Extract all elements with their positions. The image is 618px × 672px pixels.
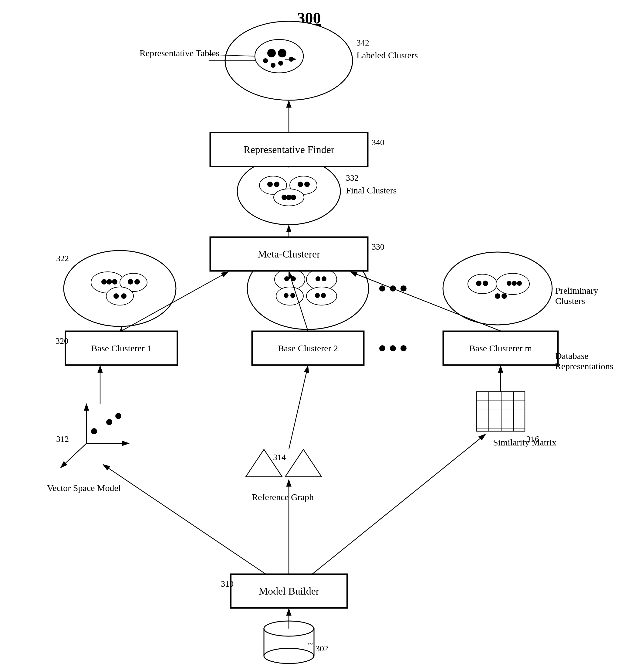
- ref-332: 332: [346, 173, 358, 183]
- svg-point-32: [121, 293, 126, 299]
- ref-310: 310: [221, 579, 234, 589]
- svg-point-76: [106, 419, 112, 425]
- svg-point-2: [267, 49, 276, 57]
- svg-point-41: [284, 293, 289, 298]
- svg-point-24: [101, 279, 107, 284]
- svg-point-19: [282, 195, 287, 200]
- svg-line-84: [103, 465, 266, 574]
- svg-point-8: [278, 61, 283, 66]
- svg-point-29: [134, 279, 140, 284]
- svg-point-52: [512, 281, 517, 286]
- database-representations-label: Database Representations: [555, 351, 618, 371]
- svg-line-92: [289, 272, 308, 331]
- representative-finder-box: Representative Finder: [210, 133, 368, 167]
- svg-point-54: [495, 293, 500, 299]
- svg-point-40: [276, 287, 303, 305]
- svg-marker-80: [285, 449, 322, 477]
- ref-342: 342: [356, 38, 369, 48]
- svg-point-25: [106, 279, 112, 284]
- svg-point-63: [264, 621, 314, 636]
- svg-point-98: [390, 345, 396, 351]
- svg-point-3: [278, 49, 286, 57]
- svg-point-20: [286, 195, 292, 200]
- svg-point-102: [401, 285, 407, 291]
- final-clusters-label: Final Clusters: [346, 185, 397, 195]
- svg-point-46: [443, 252, 552, 325]
- svg-point-43: [306, 287, 337, 305]
- model-builder-box: Model Builder: [230, 574, 347, 608]
- svg-rect-62: [264, 628, 314, 656]
- svg-point-21: [291, 195, 296, 200]
- ref-302: 302: [316, 644, 328, 654]
- svg-point-38: [316, 276, 320, 281]
- svg-point-27: [120, 273, 147, 291]
- svg-point-42: [290, 293, 295, 298]
- reference-graph-label: Reference Graph: [252, 492, 314, 502]
- ref-316: 316: [526, 434, 539, 444]
- svg-point-48: [476, 280, 482, 286]
- diagram-title: 300: [297, 9, 321, 27]
- svg-point-97: [379, 345, 385, 351]
- svg-point-44: [315, 293, 320, 298]
- svg-point-22: [64, 251, 176, 326]
- svg-point-14: [274, 182, 280, 187]
- svg-point-28: [128, 279, 133, 284]
- svg-point-35: [284, 276, 289, 281]
- meta-clusterer-box: Meta-Clusterer: [210, 237, 368, 271]
- preliminary-clusters-label: Preliminary Clusters: [555, 285, 618, 306]
- svg-point-11: [237, 158, 340, 225]
- svg-point-64: [264, 648, 314, 664]
- svg-line-86: [312, 434, 486, 574]
- svg-point-4: [289, 57, 294, 62]
- svg-rect-65: [476, 392, 525, 431]
- svg-point-16: [298, 182, 303, 187]
- base-clusterer-1-box: Base Clusterer 1: [65, 331, 178, 365]
- svg-point-39: [322, 276, 326, 281]
- ref-330: 330: [372, 242, 384, 252]
- svg-point-1: [255, 39, 303, 73]
- svg-point-50: [496, 273, 529, 295]
- svg-point-45: [321, 293, 326, 298]
- svg-point-18: [274, 189, 304, 206]
- svg-point-47: [468, 274, 497, 293]
- labeled-clusters-label: Labeled Clusters: [356, 50, 418, 61]
- svg-line-75: [61, 443, 87, 468]
- svg-point-37: [306, 269, 337, 290]
- svg-point-36: [291, 276, 296, 281]
- svg-point-7: [271, 63, 276, 68]
- vector-space-model-label: Vector Space Model: [47, 483, 121, 493]
- similarity-matrix-label: Similarity Matrix: [493, 437, 556, 447]
- ref-322: 322: [56, 254, 69, 263]
- svg-point-53: [517, 281, 522, 286]
- ref-320: 320: [56, 336, 68, 346]
- svg-point-30: [106, 287, 133, 305]
- svg-point-17: [304, 182, 310, 187]
- svg-point-100: [379, 285, 385, 291]
- svg-point-23: [91, 272, 124, 293]
- svg-point-77: [115, 413, 121, 419]
- svg-point-0: [225, 21, 352, 100]
- svg-point-101: [390, 285, 396, 291]
- svg-point-13: [267, 182, 273, 187]
- svg-point-15: [290, 176, 317, 194]
- ref-340: 340: [372, 138, 384, 147]
- svg-point-6: [263, 58, 268, 63]
- ref-314: 314: [273, 452, 286, 462]
- diagram: 300: [0, 0, 618, 672]
- svg-point-12: [260, 176, 287, 194]
- svg-line-93: [350, 272, 501, 331]
- base-clusterer-m-box: Base Clusterer m: [443, 331, 558, 365]
- svg-point-99: [401, 345, 407, 351]
- ref-312: 312: [56, 434, 69, 444]
- svg-line-91: [121, 272, 228, 331]
- svg-line-89: [289, 366, 308, 449]
- svg-point-34: [275, 269, 305, 290]
- svg-point-78: [91, 428, 97, 434]
- svg-text:~: ~: [308, 639, 313, 649]
- svg-point-26: [112, 279, 117, 284]
- svg-point-51: [507, 281, 512, 286]
- svg-point-49: [483, 280, 488, 286]
- svg-point-31: [113, 293, 119, 299]
- representative-tables-label: Representative Tables: [139, 48, 219, 58]
- svg-point-55: [502, 293, 507, 299]
